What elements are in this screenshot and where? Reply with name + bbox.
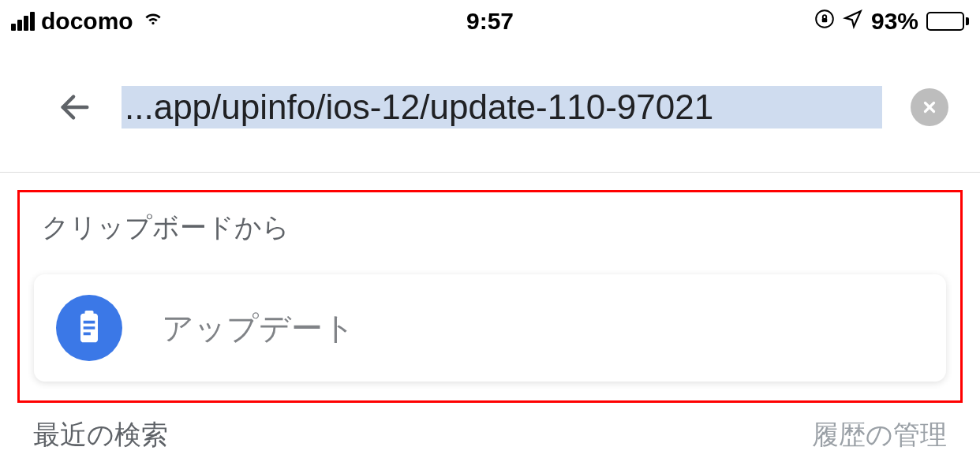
clear-button[interactable] [911, 88, 948, 126]
address-bar-row: ...app/upinfo/ios-12/update-110-97021 [0, 43, 980, 173]
rotation-lock-icon [814, 8, 835, 35]
clipboard-icon [56, 295, 122, 361]
clipboard-item-text: アップデート [162, 307, 355, 350]
back-button[interactable] [57, 89, 93, 125]
bottom-row: 最近の検索 履歴の管理 [0, 403, 980, 453]
battery-percent: 93% [871, 8, 918, 35]
carrier-label: docomo [41, 8, 133, 35]
recent-searches-label: 最近の検索 [33, 417, 168, 453]
status-bar: docomo 9:57 93% [0, 0, 980, 43]
location-icon [843, 8, 863, 35]
clipboard-section-label: クリップボードから [42, 210, 946, 246]
battery-icon [926, 12, 969, 31]
status-right: 93% [814, 8, 969, 35]
url-input[interactable]: ...app/upinfo/ios-12/update-110-97021 [122, 86, 882, 128]
history-management-link[interactable]: 履歴の管理 [812, 417, 947, 453]
clipboard-suggestion-card[interactable]: アップデート [34, 274, 946, 382]
svg-rect-1 [822, 18, 828, 22]
status-left: docomo [11, 8, 166, 35]
wifi-icon [140, 8, 166, 35]
clipboard-section: クリップボードから アップデート [17, 190, 963, 403]
clock-time: 9:57 [466, 8, 514, 35]
signal-bars-icon [11, 12, 35, 31]
